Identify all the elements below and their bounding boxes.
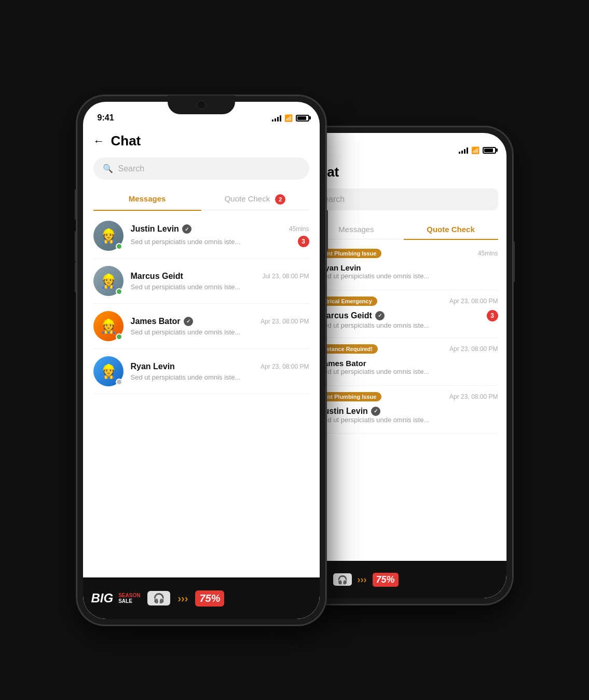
ad-earbuds-visual: 🎧: [147, 591, 170, 605]
phone-2-screen: 📶 Chat Search Messages: [301, 133, 506, 598]
app-header: ← Chat: [93, 129, 309, 157]
battery-icon-2: [483, 147, 496, 154]
ad-banner-2[interactable]: SEASON SALE 🎧 ››› 75%: [301, 561, 506, 598]
avatar-wrap-justin: 👷: [93, 221, 124, 251]
quote-time-ryan: 45mins: [478, 250, 498, 257]
ad-big-text: BIG: [91, 591, 114, 605]
chat-time-marcus: Jul 23, 08:00 PM: [262, 273, 309, 280]
chat-name-ryan: Ryan Levin: [131, 362, 175, 371]
back-button[interactable]: ←: [93, 134, 105, 148]
online-indicator-ryan: [116, 379, 122, 385]
quote-time-justin-q: Apr 23, 08:00 PM: [449, 393, 498, 400]
quote-preview-justin-q: Sed ut perspiciatis unde omnis iste...: [320, 416, 430, 424]
chat-preview-james: Sed ut perspiciatis unde omnis iste...: [131, 328, 309, 336]
chat-time-ryan: Apr 23, 08:00 PM: [261, 363, 309, 370]
quote-preview-marcus: Sed ut perspiciatis unde omnis iste...: [320, 321, 498, 329]
chat-item-james[interactable]: 👷 James Bator ✓ Apr 23, 08:00 PM: [93, 304, 309, 349]
tabs: Messages Quote Check 2: [93, 189, 309, 210]
quote-check-badge: 2: [275, 194, 285, 205]
app-content: ← Chat 🔍 Search Messages Quote Check 2: [83, 129, 320, 394]
status-time: 9:41: [93, 113, 114, 123]
app-content-2: Chat Search Messages Quote Check: [301, 160, 506, 434]
chat-preview-ryan: Sed ut perspiciatis unde omnis iste...: [131, 373, 309, 381]
search-bar-2[interactable]: Search: [309, 189, 498, 210]
verified-badge-justin-q: ✓: [371, 407, 380, 416]
app-header-2: Chat: [309, 160, 498, 189]
battery-icon: [296, 115, 309, 122]
phone-1-screen: 9:41 📶 ← Ch: [83, 102, 320, 619]
page-title: Chat: [111, 133, 141, 149]
online-indicator-justin: [116, 243, 122, 250]
unread-badge-marcus-q: 3: [487, 310, 498, 321]
tab-quote-check-2[interactable]: Quote Check: [404, 220, 498, 239]
chat-item-ryan[interactable]: 👷 Ryan Levin Apr 23, 08:00 PM: [93, 349, 309, 394]
chat-name-justin: Justin Levin: [131, 224, 179, 234]
phone-2: 📶 Chat Search Messages: [295, 127, 513, 604]
verified-badge-james: ✓: [184, 317, 193, 326]
chat-time-justin: 45mins: [289, 225, 309, 233]
ad-percent: 75%: [195, 590, 224, 607]
quote-preview-james: Sed ut perspiciatis unde omnis iste...: [320, 368, 430, 375]
quote-item-ryan[interactable]: Urgent Plumbing Issue 45mins Ryan Levin …: [309, 243, 498, 290]
quote-list: Urgent Plumbing Issue 45mins Ryan Levin …: [309, 243, 498, 434]
ad-percent-2: 75%: [373, 573, 399, 587]
chat-info-james: James Bator ✓ Apr 23, 08:00 PM Sed ut pe…: [131, 317, 309, 336]
chat-name-james: James Bator: [131, 317, 181, 326]
tabs-2: Messages Quote Check: [309, 220, 498, 239]
tab-messages[interactable]: Messages: [93, 189, 201, 210]
status-icons: 📶: [272, 114, 309, 122]
chat-info-ryan: Ryan Levin Apr 23, 08:00 PM Sed ut persp…: [131, 362, 309, 381]
ad-earbuds-2: 🎧: [333, 573, 352, 586]
quote-preview-ryan: Sed ut perspiciatis unde omnis iste...: [320, 272, 430, 280]
quote-name-james: James Bator: [320, 359, 430, 368]
tab-quote-check[interactable]: Quote Check 2: [201, 189, 309, 210]
quote-name-ryan: Ryan Levin: [320, 263, 430, 272]
ad-arrows: ›››: [177, 593, 188, 604]
online-indicator-james: [116, 333, 122, 340]
chat-list: 👷 Justin Levin ✓ 45mins: [93, 213, 309, 394]
search-icon: 🔍: [103, 164, 113, 173]
quote-name-marcus: Marcus Geidt: [320, 311, 372, 320]
unread-badge-justin: 3: [298, 236, 309, 247]
search-bar[interactable]: 🔍 Search: [93, 157, 309, 180]
chat-item-marcus[interactable]: 👷 Marcus Geidt Jul 23, 08:00 PM: [93, 259, 309, 304]
signal-icon: [272, 114, 281, 122]
search-placeholder: Search: [118, 164, 145, 173]
chat-time-james: Apr 23, 08:00 PM: [261, 318, 309, 325]
online-indicator-marcus: [116, 288, 122, 295]
chat-preview-justin: Sed ut perspiciatis unde omnis iste...: [131, 238, 298, 246]
verified-badge-marcus-q: ✓: [375, 311, 385, 320]
quote-time-james: Apr 23, 08:00 PM: [449, 345, 498, 353]
chat-name-marcus: Marcus Geidt: [131, 272, 183, 281]
avatar-wrap-marcus: 👷: [93, 266, 124, 296]
verified-badge-justin: ✓: [182, 224, 191, 234]
phone-1: 9:41 📶 ← Ch: [77, 96, 326, 625]
quote-item-marcus[interactable]: Electrical Emergency Apr 23, 08:00 PM Ma…: [309, 290, 498, 338]
status-icons-2: 📶: [459, 146, 496, 154]
ad-arrows-2: ›››: [358, 574, 367, 585]
wifi-icon: 📶: [284, 114, 293, 122]
chat-preview-marcus: Sed ut perspiciatis unde omnis iste...: [131, 283, 309, 291]
chat-item-justin[interactable]: 👷 Justin Levin ✓ 45mins: [93, 213, 309, 259]
ad-season-text: SEASON SALE: [118, 593, 140, 604]
quote-time-marcus: Apr 23, 08:00 PM: [449, 298, 498, 305]
ad-banner[interactable]: BIG SEASON SALE 🎧 ››› 75%: [83, 577, 320, 619]
phone-notch: [168, 96, 235, 114]
quote-name-justin-q: Justin Levin: [320, 407, 368, 416]
quote-item-justin-q[interactable]: Urgent Plumbing Issue Apr 23, 08:00 PM J…: [309, 386, 498, 434]
avatar-wrap-ryan: 👷: [93, 356, 124, 386]
status-bar-2: 📶: [301, 133, 506, 160]
avatar-wrap-james: 👷: [93, 311, 124, 341]
quote-item-james[interactable]: Assistance Required! Apr 23, 08:00 PM Ja…: [309, 338, 498, 386]
signal-icon-2: [459, 146, 468, 154]
chat-info-marcus: Marcus Geidt Jul 23, 08:00 PM Sed ut per…: [131, 272, 309, 291]
wifi-icon-2: 📶: [471, 146, 480, 154]
chat-info-justin: Justin Levin ✓ 45mins Sed ut perspiciati…: [131, 224, 309, 247]
